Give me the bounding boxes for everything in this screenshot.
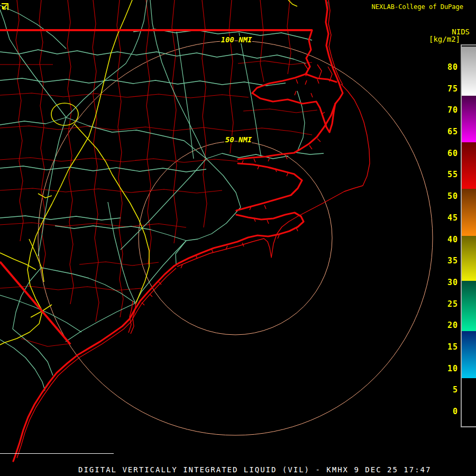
- colorbar-segment: [462, 281, 476, 331]
- southern-coast: [13, 266, 174, 461]
- range-ring-labels: 100 NMI 50 NMI: [221, 35, 252, 144]
- interstates-layer: [0, 0, 297, 345]
- ring-label-100nmi: 100 NMI: [221, 35, 252, 44]
- coastal-creeks: [142, 79, 327, 305]
- colorbar-units: [kg/m2]: [429, 35, 460, 43]
- colorbar-segment: [462, 236, 476, 281]
- roads-layer: [0, 0, 342, 396]
- albemarle-south-shore: [252, 83, 343, 132]
- colorbar-segments: [462, 45, 476, 426]
- radar-map: 100 NMI 50 NMI: [0, 0, 476, 476]
- range-ring-100nmi: [38, 41, 433, 435]
- footer-divider-line: [0, 453, 114, 454]
- range-rings-layer: [38, 41, 433, 435]
- nexlab-logo-icon: [0, 2, 9, 11]
- brand-text: NEXLAB-College of DuPage: [372, 3, 463, 11]
- product-caption: DIGITAL VERTICALLY INTEGRATED LIQUID (VI…: [78, 465, 431, 474]
- outer-banks-spit: [326, 0, 339, 83]
- ring-label-50nmi: 50 NMI: [225, 135, 252, 144]
- colorbar-segment: [462, 189, 476, 236]
- colorbar-segment: [462, 378, 476, 423]
- colorbar-segment: [462, 96, 476, 142]
- barrier-islands: [177, 0, 370, 267]
- range-ring-50nmi: [139, 141, 332, 335]
- nc-sc-border: [0, 262, 70, 344]
- colorbar-segment: [462, 331, 476, 378]
- colorbar: [461, 44, 476, 427]
- interstate-95: [0, 0, 132, 345]
- colorbar-segment: [462, 142, 476, 189]
- coastline-layer: [0, 0, 370, 461]
- radar-display: 100 NMI 50 NMI NEXLAB-College of DuPage …: [0, 0, 476, 476]
- colorbar-segment: [462, 47, 476, 96]
